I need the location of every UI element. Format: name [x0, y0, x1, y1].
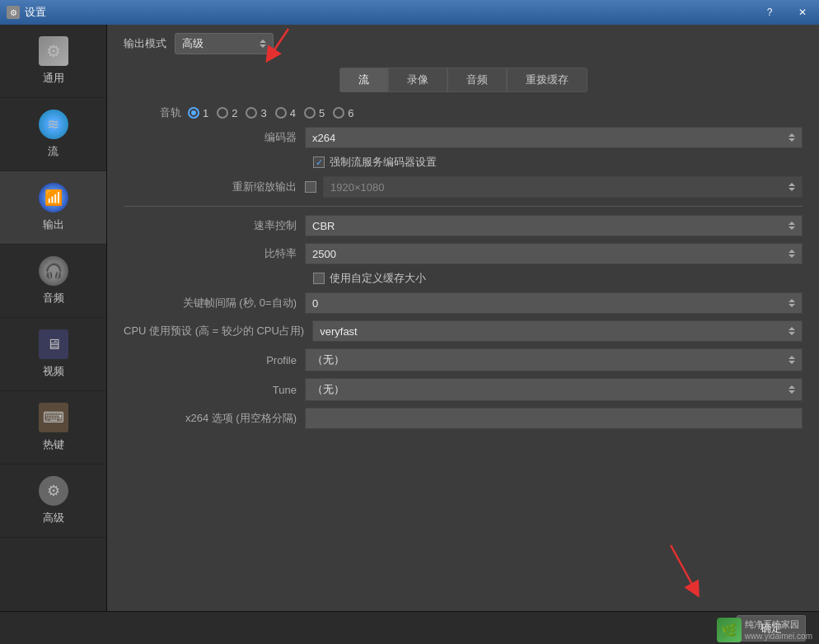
rescale-value: 1920×1080: [330, 181, 384, 194]
encoder-label: 编码器: [124, 130, 305, 145]
tabs-bar: 流 录像 音频 重拨缓存: [107, 63, 819, 97]
radio-text-4: 4: [290, 107, 296, 119]
x264-options-input[interactable]: [305, 408, 803, 429]
tune-label: Tune: [124, 384, 305, 396]
track-radio-2[interactable]: 2: [217, 107, 237, 119]
track-radio-4[interactable]: 4: [275, 107, 296, 119]
tab-record[interactable]: 录像: [388, 68, 447, 92]
tab-stream[interactable]: 流: [339, 68, 388, 92]
bitrate-arrow-icon: [789, 250, 795, 258]
video-icon: 🖥: [39, 329, 68, 359]
bitrate-row: 比特率 2500: [124, 243, 803, 264]
radio-text-3: 3: [260, 107, 266, 119]
output-mode-select[interactable]: 高级: [175, 33, 274, 54]
track-radio-1[interactable]: 1: [188, 107, 208, 119]
sidebar-item-stream[interactable]: ≋ 流: [0, 98, 106, 171]
tab-audio[interactable]: 音频: [447, 68, 507, 92]
rescale-arrow-icon: [789, 183, 795, 191]
bottom-logo: 🌿 纯净系统家园 www.yidaimei.com: [717, 618, 812, 642]
bottom-bar: 确定 🌿 纯净系统家园 www.yidaimei.com: [0, 611, 819, 644]
radio-text-6: 6: [348, 107, 353, 119]
track-label: 音轨: [124, 105, 181, 120]
tune-select[interactable]: （无）: [305, 378, 803, 401]
radio-circle-1: [188, 107, 199, 119]
divider-1: [124, 206, 803, 207]
sidebar-item-advanced[interactable]: ⚙ 高级: [0, 464, 106, 538]
main-layout: ⚙ 通用 ≋ 流 📶 输出 🎧 音频 🖥 视频 ⌨ 热键 ⚙ 高级: [0, 25, 819, 611]
force-encoder-label: 强制流服务编码器设置: [330, 155, 437, 170]
bitrate-input-wrap[interactable]: 2500: [305, 243, 803, 264]
track-radio-3[interactable]: 3: [246, 107, 266, 119]
tune-value: （无）: [312, 382, 784, 397]
track-radio-5[interactable]: 5: [304, 107, 325, 119]
sidebar-item-hotkey[interactable]: ⌨ 热键: [0, 391, 106, 464]
window-icon: ⚙: [7, 6, 20, 19]
keyframe-label: 关键帧间隔 (秒, 0=自动): [124, 296, 305, 310]
rescale-row: 重新缩放输出 1920×1080: [124, 176, 803, 198]
radio-text-5: 5: [319, 107, 325, 119]
sidebar-item-video[interactable]: 🖥 视频: [0, 318, 106, 391]
keyframe-arrow-icon: [789, 299, 795, 307]
sidebar-item-output[interactable]: 📶 输出: [0, 171, 106, 245]
radio-circle-5: [304, 107, 316, 119]
custom-buffer-label: 使用自定义缓存大小: [330, 271, 426, 286]
rate-control-label: 速率控制: [124, 218, 305, 233]
encoder-value: x264: [312, 132, 784, 144]
radio-circle-6: [333, 107, 344, 119]
custom-buffer-row: 使用自定义缓存大小: [313, 271, 803, 286]
force-encoder-checkbox[interactable]: [313, 156, 325, 168]
track-radio-group: 1 2 3 4 5: [188, 107, 353, 119]
window-controls: ? ✕: [753, 0, 819, 25]
sidebar-label-audio: 音频: [43, 291, 64, 306]
rate-control-row: 速率控制 CBR: [124, 215, 803, 236]
help-button[interactable]: ?: [753, 0, 786, 25]
radio-circle-4: [275, 107, 287, 119]
sidebar-label-hotkey: 热键: [43, 437, 64, 452]
force-encoder-row: 强制流服务编码器设置: [313, 155, 803, 170]
bitrate-label: 比特率: [124, 246, 305, 261]
profile-label: Profile: [124, 354, 305, 366]
rescale-label: 重新缩放输出: [124, 180, 305, 194]
sidebar-label-general: 通用: [43, 71, 64, 86]
profile-arrow-icon: [789, 356, 795, 364]
profile-value: （无）: [312, 352, 784, 367]
sidebar-label-stream: 流: [48, 144, 58, 159]
track-row: 音轨 1 2 3 4: [124, 105, 803, 120]
sidebar-item-general[interactable]: ⚙ 通用: [0, 25, 106, 98]
close-button[interactable]: ✕: [786, 0, 819, 25]
custom-buffer-checkbox[interactable]: [313, 273, 325, 284]
sidebar: ⚙ 通用 ≋ 流 📶 输出 🎧 音频 🖥 视频 ⌨ 热键 ⚙ 高级: [0, 25, 107, 611]
rate-control-arrow-icon: [789, 222, 795, 230]
sidebar-label-output: 输出: [43, 217, 64, 232]
track-radio-6[interactable]: 6: [333, 107, 353, 119]
keyframe-input-wrap[interactable]: 0: [305, 292, 803, 314]
encoder-arrow-icon: [789, 133, 795, 142]
cpu-preset-select[interactable]: veryfast: [312, 320, 803, 342]
radio-text-2: 2: [232, 107, 237, 119]
output-icon: 📶: [39, 183, 68, 212]
radio-text-1: 1: [203, 107, 208, 119]
logo-icon: 🌿: [717, 618, 742, 642]
keyframe-row: 关键帧间隔 (秒, 0=自动) 0: [124, 292, 803, 314]
profile-row: Profile （无）: [124, 348, 803, 371]
bitrate-value: 2500: [312, 248, 784, 260]
profile-select[interactable]: （无）: [305, 348, 803, 371]
content-area: 输出模式 高级 流 录像 音频: [107, 25, 819, 611]
encoder-select[interactable]: x264: [305, 127, 803, 148]
encoder-row: 编码器 x264: [124, 127, 803, 148]
hotkey-icon: ⌨: [39, 403, 68, 432]
tab-replay-buffer[interactable]: 重拨缓存: [507, 68, 587, 92]
sidebar-label-advanced: 高级: [43, 511, 64, 525]
audio-icon: 🎧: [39, 256, 68, 286]
output-mode-bar: 输出模式 高级: [107, 25, 819, 63]
rescale-checkbox[interactable]: [305, 181, 316, 193]
select-arrow-icon: [260, 40, 266, 48]
rescale-select[interactable]: 1920×1080: [323, 176, 803, 198]
sidebar-item-audio[interactable]: 🎧 音频: [0, 245, 106, 318]
rate-control-select[interactable]: CBR: [305, 215, 803, 236]
cpu-preset-arrow-icon: [789, 327, 795, 335]
window-title: ⚙ 设置: [7, 5, 46, 20]
output-mode-value: 高级: [182, 36, 255, 51]
radio-circle-2: [217, 107, 228, 119]
title-bar: ⚙ 设置 ? ✕: [0, 0, 819, 25]
